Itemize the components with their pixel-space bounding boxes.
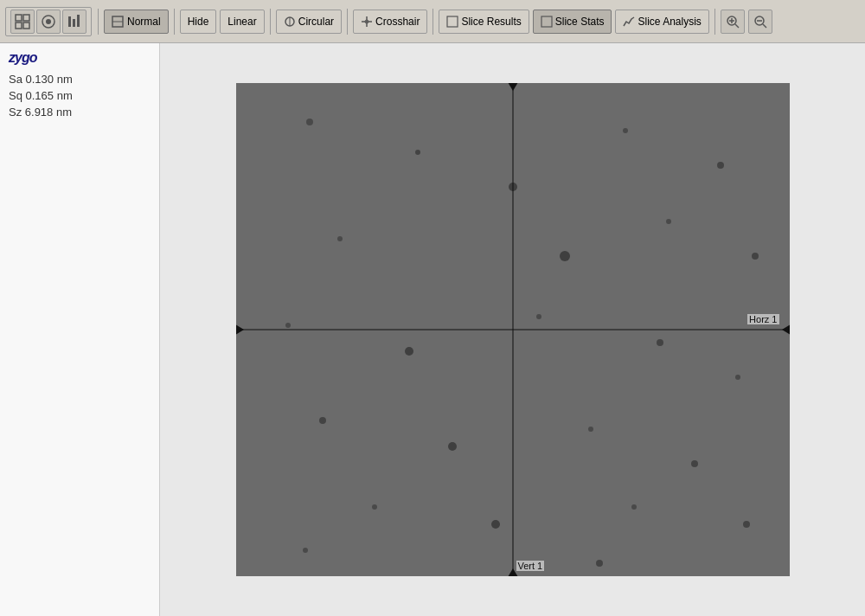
hide-label: Hide — [188, 16, 209, 28]
svg-point-45 — [691, 460, 698, 467]
circle-icon[interactable] — [36, 10, 61, 34]
svg-rect-0 — [16, 15, 22, 21]
slice-analysis-button[interactable]: Slice Analysis — [615, 10, 708, 34]
svg-point-43 — [448, 442, 457, 451]
linear-label: Linear — [227, 16, 256, 28]
surface-container: Horz 1 Vert 1 — [236, 83, 790, 576]
slice-results-label: Slice Results — [461, 16, 521, 28]
svg-point-42 — [319, 417, 326, 424]
normal-button[interactable]: Normal — [104, 10, 169, 34]
sep5 — [432, 9, 433, 35]
sa-unit: nm — [57, 73, 73, 86]
svg-point-33 — [337, 236, 343, 241]
svg-line-23 — [763, 24, 766, 28]
svg-point-50 — [303, 548, 308, 553]
slice-stats-button[interactable]: Slice Stats — [533, 10, 612, 34]
hide-button[interactable]: Hide — [180, 10, 217, 34]
crosshair-vertical — [512, 83, 513, 576]
main-content: zygo Sa 0.130 nm Sq 0.165 nm Sz 6.918 nm — [0, 43, 865, 616]
sz-stat: Sz 6.918 nm — [9, 106, 151, 119]
svg-point-36 — [752, 253, 759, 260]
svg-point-29 — [415, 150, 420, 155]
brand-logo: zygo — [9, 50, 151, 66]
svg-rect-8 — [77, 15, 80, 27]
sq-value: 0.165 — [26, 89, 54, 102]
sa-value: 0.130 — [26, 73, 54, 86]
svg-line-19 — [735, 24, 739, 28]
svg-point-44 — [588, 427, 593, 432]
svg-rect-2 — [16, 22, 22, 29]
slice-analysis-label: Slice Analysis — [638, 16, 701, 28]
sa-label: Sa — [9, 73, 22, 86]
svg-rect-17 — [541, 16, 552, 27]
svg-point-34 — [560, 251, 570, 261]
svg-point-48 — [631, 504, 637, 510]
toolbar-icon-group — [5, 7, 92, 36]
svg-rect-6 — [68, 16, 71, 27]
sep6 — [714, 9, 715, 35]
zoom-in-icon[interactable] — [721, 10, 745, 34]
sq-unit: nm — [57, 89, 73, 102]
svg-rect-7 — [73, 19, 75, 27]
circular-label: Circular — [298, 16, 334, 28]
svg-point-38 — [405, 347, 413, 356]
svg-point-32 — [717, 162, 724, 169]
svg-point-49 — [743, 521, 750, 528]
slice-results-button[interactable]: Slice Results — [439, 10, 529, 34]
sq-stat: Sq 0.165 nm — [9, 89, 151, 102]
zoom-out-icon[interactable] — [748, 10, 772, 34]
sa-stat: Sa 0.130 nm — [9, 73, 151, 86]
circular-button[interactable]: Circular — [276, 10, 342, 34]
toolbar: Normal Hide Linear Circular Crosshair Sl… — [0, 0, 865, 43]
sz-label: Sz — [9, 106, 22, 119]
crosshair-label: Crosshair — [375, 16, 420, 28]
svg-rect-3 — [23, 22, 29, 29]
svg-point-46 — [372, 504, 377, 510]
sep3 — [270, 9, 271, 35]
horz-label: Horz 1 — [747, 314, 778, 324]
svg-point-40 — [657, 339, 663, 346]
svg-rect-1 — [23, 15, 29, 21]
sz-value: 6.918 — [25, 106, 54, 119]
svg-point-41 — [735, 375, 740, 380]
left-panel: zygo Sa 0.130 nm Sq 0.165 nm Sz 6.918 nm — [0, 43, 160, 616]
sq-label: Sq — [9, 89, 22, 102]
svg-point-39 — [536, 314, 541, 319]
grid-icon[interactable] — [10, 10, 35, 34]
svg-point-37 — [285, 323, 291, 328]
svg-rect-16 — [447, 16, 458, 27]
sz-unit: nm — [56, 106, 72, 119]
normal-label: Normal — [127, 16, 161, 28]
svg-point-47 — [491, 520, 500, 529]
sep2 — [174, 9, 175, 35]
svg-point-5 — [46, 19, 51, 24]
svg-point-51 — [596, 560, 603, 567]
sep4 — [347, 9, 348, 35]
bars-icon[interactable] — [62, 10, 86, 34]
vert-label: Vert 1 — [516, 561, 545, 571]
slice-stats-label: Slice Stats — [555, 16, 605, 28]
center-view: Horz 1 Vert 1 — [160, 43, 865, 616]
svg-point-28 — [306, 119, 313, 125]
sep1 — [98, 9, 99, 35]
linear-button[interactable]: Linear — [220, 10, 264, 34]
svg-point-31 — [623, 128, 628, 133]
surface-canvas[interactable]: Horz 1 Vert 1 — [236, 83, 790, 576]
svg-point-35 — [666, 219, 671, 224]
crosshair-button[interactable]: Crosshair — [353, 10, 427, 34]
